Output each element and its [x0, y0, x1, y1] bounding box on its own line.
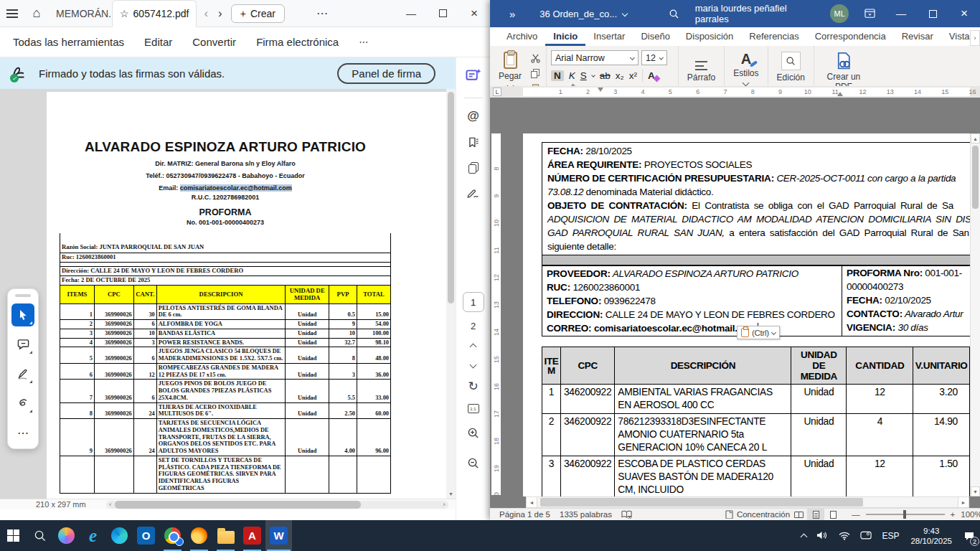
pdf-horizontal-scrollbar[interactable]: ‹ › — [106, 501, 448, 509]
word-taskbar-button[interactable]: W — [265, 520, 292, 551]
read-mode-icon[interactable] — [790, 509, 807, 521]
zoom-out-icon[interactable] — [462, 452, 485, 474]
maximize-button[interactable] — [427, 0, 458, 27]
web-layout-icon[interactable] — [824, 509, 842, 521]
clear-formatting-button[interactable]: A — [648, 70, 655, 81]
horizontal-ruler[interactable]: L 12345678910111213141516 — [490, 86, 980, 98]
tab-archivo[interactable]: Archivo — [499, 29, 545, 46]
menu-esign[interactable]: Firma electrónica — [256, 36, 339, 48]
comments-icon[interactable]: @ — [462, 105, 485, 127]
indent-marker[interactable] — [837, 92, 843, 96]
cut-button[interactable] — [529, 52, 542, 64]
create-button[interactable]: + Crear — [231, 4, 285, 23]
font-size-select[interactable]: 12 — [641, 50, 667, 65]
scrollbar-thumb[interactable] — [972, 146, 979, 209]
tab-scroll-right-icon[interactable]: › — [970, 30, 980, 46]
paste-options-button[interactable]: (Ctrl) — [737, 326, 780, 339]
subscript-button[interactable]: x₂ — [616, 70, 624, 81]
indent-marker[interactable] — [598, 88, 603, 92]
acrobat-taskbar-button[interactable]: A — [239, 520, 265, 551]
vertical-ruler[interactable]: 891011121314151617181920 — [491, 133, 501, 495]
language-indicator[interactable]: ESP — [877, 520, 904, 551]
font-name-select[interactable]: Arial Narrow — [551, 50, 639, 65]
word-horizontal-scrollbar[interactable]: ◄ ► — [526, 496, 969, 508]
scroll-left-icon[interactable]: ‹ — [106, 501, 115, 508]
tools-more-icon[interactable]: ⋯ — [11, 421, 34, 444]
scrollbar-thumb[interactable] — [540, 498, 863, 507]
ai-assistant-icon[interactable] — [462, 65, 485, 86]
scroll-down-icon[interactable]: ▼ — [446, 491, 456, 496]
quick-access-overflow-icon[interactable]: » — [509, 8, 515, 20]
copy-button[interactable] — [529, 67, 542, 79]
start-button[interactable] — [0, 520, 27, 551]
tab-correspondencia[interactable]: Correspondencia — [807, 29, 894, 46]
tab-insertar[interactable]: Insertar — [585, 29, 633, 46]
search-box[interactable]: maria lourdes peñafiel parrales — [669, 3, 820, 24]
signature-fields-icon[interactable] — [462, 183, 485, 204]
pdf-vertical-scrollbar[interactable]: ▼ — [446, 89, 456, 509]
highlight-pen-tool[interactable] — [11, 362, 34, 385]
home-icon[interactable]: ⌂ — [24, 0, 49, 27]
star-icon[interactable]: ☆ — [120, 8, 129, 19]
page-indicator[interactable]: Página 1 de 5 — [499, 510, 550, 519]
comment-tool[interactable] — [11, 333, 34, 356]
actual-size-icon[interactable]: 1:1 — [468, 404, 479, 413]
next-page-icon[interactable] — [470, 362, 477, 369]
word-page[interactable]: FECHA: 28/10/2025 ÁREA REQUIRENTE: PROYE… — [523, 133, 970, 496]
zoom-in-icon[interactable] — [462, 422, 485, 443]
menu-icon[interactable] — [0, 0, 24, 27]
strikethrough-button[interactable]: ab — [600, 70, 611, 81]
tab-active-pdf[interactable]: ☆ 6057412.pdf — [112, 0, 197, 27]
tab-referencias[interactable]: Referencias — [741, 29, 806, 46]
focus-mode-button[interactable]: Concentración — [725, 510, 790, 519]
print-layout-icon[interactable] — [807, 509, 824, 521]
wifi-icon[interactable] — [834, 520, 855, 551]
zoom-slider-thumb[interactable] — [903, 510, 906, 519]
menu-convert[interactable]: Convertir — [192, 36, 236, 48]
scroll-up-icon[interactable]: ▲ — [971, 133, 980, 143]
tab-diseno[interactable]: Diseño — [633, 29, 677, 46]
select-tool[interactable] — [11, 303, 34, 326]
file-explorer-button[interactable] — [212, 520, 239, 551]
meet-now-icon[interactable] — [855, 520, 877, 551]
maximize-button[interactable] — [917, 0, 948, 27]
bold-button[interactable]: N — [551, 70, 564, 81]
tray-overflow-icon[interactable] — [796, 520, 811, 551]
copilot-button[interactable] — [53, 520, 80, 551]
document-title-dropdown[interactable]: 36 Orden_de_co... — [540, 9, 627, 19]
underline-options-icon[interactable] — [591, 73, 595, 77]
scrollbar-thumb[interactable] — [448, 92, 454, 303]
menu-all-tools[interactable]: Todas las herramientas — [13, 36, 124, 48]
tab-revisar[interactable]: Revisar — [894, 29, 941, 46]
outlook-button[interactable]: O — [133, 520, 159, 551]
zoom-in-icon[interactable]: + — [951, 510, 956, 519]
signature-panel-button[interactable]: Panel de firma — [337, 63, 435, 84]
previous-page-icon[interactable] — [470, 344, 477, 351]
tab-stop-selector[interactable]: L — [493, 88, 501, 96]
tab-memorandum[interactable]: MEMORÁN... — [49, 0, 112, 27]
more-options-icon[interactable]: ⋯ — [316, 6, 329, 20]
zoom-out-icon[interactable]: — — [852, 510, 860, 519]
draw-tool[interactable] — [11, 392, 34, 415]
clock[interactable]: 9:43 28/10/2025 — [904, 520, 958, 551]
back-icon[interactable]: ‹ — [204, 6, 208, 21]
avatar[interactable]: ML — [830, 4, 849, 23]
internet-explorer-button[interactable]: e — [80, 520, 106, 551]
scroll-left-icon[interactable]: ◄ — [527, 497, 537, 507]
underline-button[interactable]: S — [580, 70, 587, 81]
word-count[interactable]: 1335 palabras — [560, 510, 612, 519]
italic-button[interactable]: K — [569, 70, 575, 81]
scroll-right-icon[interactable]: › — [440, 501, 448, 508]
proofing-icon[interactable] — [621, 510, 632, 519]
volume-icon[interactable] — [811, 520, 834, 551]
close-button[interactable]: × — [948, 0, 980, 27]
word-vertical-scrollbar[interactable]: ▲ ▼ — [970, 133, 980, 496]
action-center-button[interactable]: 2 — [958, 520, 980, 551]
zoom-slider[interactable] — [866, 514, 945, 515]
bookmarks-icon[interactable] — [462, 131, 485, 153]
taskbar-search-button[interactable] — [27, 520, 53, 551]
menu-more-icon[interactable]: ⋯ — [359, 37, 368, 47]
scrollbar-thumb[interactable] — [115, 501, 362, 509]
superscript-button[interactable]: x² — [629, 70, 637, 81]
scroll-down-icon[interactable]: ▼ — [971, 486, 980, 496]
